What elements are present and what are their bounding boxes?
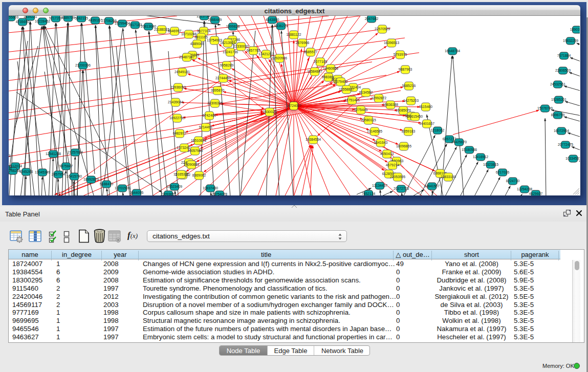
svg-text:5685216: 5685216	[402, 84, 416, 87]
svg-text:19299464: 19299464	[115, 21, 130, 25]
svg-text:1839221: 1839221	[24, 16, 37, 18]
svg-text:1890399: 1890399	[570, 28, 580, 31]
svg-text:3644095: 3644095	[130, 191, 144, 194]
svg-text:24641507: 24641507	[424, 184, 440, 188]
svg-text:21257684: 21257684	[68, 150, 83, 154]
svg-text:23833160: 23833160	[441, 175, 456, 179]
svg-text:15165337: 15165337	[173, 172, 189, 176]
svg-text:8359183: 8359183	[402, 129, 416, 133]
svg-text:4050413: 4050413	[380, 152, 394, 156]
svg-text:9875847: 9875847	[59, 164, 73, 168]
svg-text:3677374: 3677374	[197, 29, 211, 33]
svg-text:19832259: 19832259	[563, 39, 578, 42]
svg-text:24425670: 24425670	[451, 140, 467, 144]
svg-text:3395870: 3395870	[211, 89, 225, 92]
svg-text:22306335: 22306335	[207, 101, 223, 105]
svg-text:24549181: 24549181	[175, 70, 190, 74]
svg-text:9217207: 9217207	[49, 16, 63, 20]
svg-text:16213925: 16213925	[220, 41, 235, 45]
svg-text:16415740: 16415740	[67, 174, 82, 178]
svg-text:8336273: 8336273	[274, 24, 288, 28]
svg-text:2087682: 2087682	[365, 17, 379, 20]
svg-text:21439044: 21439044	[168, 100, 183, 104]
svg-text:19836388: 19836388	[383, 103, 398, 106]
svg-text:1999828: 1999828	[226, 25, 240, 28]
svg-text:8685577: 8685577	[304, 50, 318, 54]
svg-text:8489709: 8489709	[61, 16, 75, 19]
svg-text:8369062: 8369062	[192, 173, 206, 177]
svg-text:19085076: 19085076	[396, 108, 411, 112]
svg-text:10323815: 10323815	[483, 163, 498, 166]
svg-text:22330030: 22330030	[233, 45, 249, 48]
svg-text:22053595: 22053595	[390, 175, 405, 179]
svg-text:9958289: 9958289	[220, 63, 234, 67]
svg-text:19523409: 19523409	[167, 185, 182, 188]
svg-text:22992872: 22992872	[371, 96, 386, 100]
svg-text:2066449: 2066449	[208, 18, 222, 21]
svg-text:4439167: 4439167	[89, 18, 102, 22]
svg-text:13045349: 13045349	[35, 170, 50, 174]
svg-text:14401657: 14401657	[419, 122, 434, 125]
svg-text:20580115: 20580115	[361, 118, 376, 122]
svg-text:16396513: 16396513	[384, 41, 399, 45]
svg-text:12416912: 12416912	[473, 155, 488, 159]
svg-text:15180586: 15180586	[462, 148, 477, 151]
svg-text:17751421: 17751421	[344, 98, 360, 102]
svg-text:24532561: 24532561	[550, 82, 565, 86]
svg-text:7452134: 7452134	[362, 192, 376, 195]
svg-text:21754078: 21754078	[212, 192, 227, 195]
svg-text:22093651: 22093651	[161, 192, 176, 195]
svg-text:10228452: 10228452	[35, 19, 50, 23]
svg-text:4245263: 4245263	[19, 170, 33, 173]
svg-text:9275445: 9275445	[354, 108, 368, 112]
svg-text:23936053: 23936053	[170, 85, 186, 89]
svg-text:20615450: 20615450	[407, 115, 423, 118]
svg-text:16510878: 16510878	[191, 139, 206, 142]
svg-text:14460856: 14460856	[323, 67, 338, 70]
svg-text:22744459: 22744459	[215, 76, 231, 80]
svg-text:10837430: 10837430	[203, 186, 218, 190]
svg-text:7671884: 7671884	[557, 54, 571, 57]
svg-text:8396759: 8396759	[551, 113, 565, 117]
svg-text:16072954: 16072954	[554, 129, 569, 133]
svg-text:9887903: 9887903	[399, 68, 412, 71]
svg-text:8646997: 8646997	[168, 29, 182, 33]
svg-text:6742460: 6742460	[203, 114, 216, 117]
svg-text:24090883: 24090883	[184, 163, 199, 166]
svg-text:20772475: 20772475	[558, 143, 573, 146]
svg-text:3917183: 3917183	[128, 23, 142, 27]
svg-text:4429607: 4429607	[529, 192, 543, 195]
svg-text:13701506: 13701506	[115, 186, 130, 190]
svg-text:18724007: 18724007	[286, 104, 301, 107]
svg-text:23188315: 23188315	[154, 28, 169, 31]
svg-text:5641643: 5641643	[374, 141, 388, 144]
svg-text:4679214: 4679214	[386, 163, 400, 167]
svg-text:2457954: 2457954	[52, 172, 66, 176]
svg-text:2077105: 2077105	[314, 60, 328, 63]
svg-text:9214491: 9214491	[199, 125, 213, 129]
svg-text:14275203: 14275203	[403, 99, 419, 102]
svg-text:18096865: 18096865	[396, 144, 411, 148]
svg-text:12541238: 12541238	[46, 152, 61, 156]
svg-text:8224730: 8224730	[506, 179, 520, 183]
svg-text:19384554: 19384554	[306, 138, 321, 141]
svg-text:2530023: 2530023	[263, 110, 277, 114]
svg-text:13146585: 13146585	[367, 129, 382, 133]
svg-text:1218062: 1218062	[431, 128, 445, 132]
svg-text:13134457: 13134457	[372, 184, 387, 187]
svg-text:16648784: 16648784	[445, 49, 460, 53]
svg-text:13421212: 13421212	[258, 52, 274, 56]
svg-text:13241736: 13241736	[223, 50, 238, 54]
svg-text:12920906: 12920906	[272, 56, 287, 60]
svg-text:6217026: 6217026	[496, 170, 510, 174]
svg-text:18992829: 18992829	[83, 178, 99, 181]
svg-text:5188470: 5188470	[100, 182, 114, 186]
svg-text:2537611: 2537611	[9, 167, 12, 170]
svg-text:5682115: 5682115	[75, 16, 88, 20]
svg-text:3333883: 3333883	[9, 154, 10, 158]
svg-text:4389045: 4389045	[190, 42, 204, 46]
svg-text:11558837: 11558837	[339, 87, 354, 91]
svg-text:6457765: 6457765	[247, 49, 260, 52]
svg-text:9115460: 9115460	[419, 105, 432, 108]
svg-text:22455603: 22455603	[9, 16, 18, 19]
